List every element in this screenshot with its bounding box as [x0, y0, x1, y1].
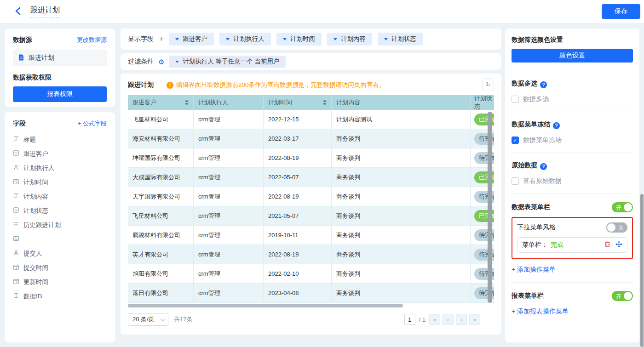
list-icon [13, 221, 19, 229]
caret-down-icon [175, 38, 179, 40]
filter-label: 过滤条件 [128, 57, 154, 66]
next-page-button[interactable]: › [456, 314, 467, 325]
field-item-title[interactable]: 标题 [13, 132, 107, 147]
viewport-scrollbar[interactable] [640, 194, 644, 347]
vertical-scrollbar[interactable] [488, 112, 492, 303]
help-icon[interactable]: ? [540, 81, 547, 88]
add-formula-field-link[interactable]: + 公式字段 [78, 119, 107, 128]
sort-icon[interactable] [182, 100, 189, 105]
warning-icon: ! [167, 82, 173, 89]
checkbox-unchecked[interactable] [512, 177, 519, 185]
chevron-left-icon [15, 7, 21, 17]
toggle-knob [624, 203, 632, 211]
raw-data-checkbox-row[interactable]: 查看原始数据 [512, 177, 633, 185]
divider [512, 71, 633, 71]
filter-condition-tag[interactable]: 计划执行人 等于任意一个 当前用户 [169, 56, 286, 68]
display-field-tag[interactable]: 计划内容 [327, 33, 372, 46]
add-report-action-menu-link[interactable]: + 添加报表操作菜单 [512, 307, 633, 316]
table-row[interactable]: 大成国际有限公司 crm管理 2022-05-07 商务谈判 已完成 [128, 168, 494, 187]
document-icon [17, 54, 25, 63]
help-icon[interactable]: ? [553, 122, 560, 129]
add-display-field-button[interactable]: + [159, 35, 163, 43]
menu-bar-item[interactable]: 菜单栏： 完成 [517, 237, 627, 253]
sort-icon[interactable] [320, 100, 327, 105]
datasource-item[interactable]: 跟进计划 [13, 50, 107, 66]
field-item-plan-content[interactable]: 计划内容 [13, 189, 107, 204]
image-icon [13, 235, 19, 243]
change-datasource-link[interactable]: 更改数据源 [77, 36, 107, 44]
display-field-tag[interactable]: 计划时间 [276, 33, 322, 46]
table-row[interactable]: 天宇国际有限公司 crm管理 2022-08-19 商务谈判 待完成 [128, 187, 494, 206]
add-action-menu-link[interactable]: + 添加操作菜单 [512, 266, 633, 274]
field-item-history[interactable]: 历史跟进计划 [13, 218, 107, 232]
field-item-plan-status[interactable]: 计划状态 [13, 204, 107, 218]
trash-icon[interactable] [604, 241, 611, 249]
page-size-select[interactable]: 20 条/页 [128, 313, 168, 326]
caret-down-icon [334, 38, 337, 40]
field-item-customer[interactable]: 跟进客户 [13, 147, 107, 161]
column-header-executor[interactable]: 计划执行人 [193, 95, 263, 110]
display-field-tag[interactable]: 计划状态 [378, 33, 423, 46]
display-field-tag[interactable]: 跟进客户 [169, 33, 214, 46]
page-number-input[interactable]: 1 [404, 314, 415, 325]
datasource-title: 数据源 [13, 36, 32, 44]
user-icon [13, 164, 19, 172]
field-item-submit-time[interactable]: 提交时间 [13, 261, 107, 275]
prev-page-button[interactable]: ‹ [443, 314, 454, 325]
dropdown-style-label: 下拉菜单风格 [517, 223, 556, 232]
table-row[interactable]: 腾骏材料有限公司 crm管理 2019-10-11 商务谈判 待完成 [128, 226, 494, 245]
table-row[interactable]: 落日有限公司 crm管理 2023-04-08 商务谈判 待完成 [128, 284, 494, 303]
pagination-bar: 20 条/页 共17条 1 / 1 « ‹ › » [128, 313, 494, 326]
display-fields-label: 显示字段 [128, 35, 154, 43]
permission-title: 数据获取权限 [13, 74, 107, 82]
gear-icon[interactable]: ⚙ [158, 58, 164, 65]
report-menu-toggle[interactable]: 开 [612, 291, 633, 301]
datasource-name: 跟进计划 [29, 54, 54, 62]
field-item-submitter[interactable]: 提交人 [13, 246, 107, 261]
move-icon[interactable] [615, 241, 622, 249]
report-menu-title: 报表菜单栏 [512, 292, 544, 300]
sort-order-button[interactable]: 1↓ [482, 78, 494, 90]
column-header-customer[interactable]: 跟进客户 [128, 95, 193, 110]
help-icon[interactable]: ? [540, 163, 547, 170]
last-page-button[interactable]: » [469, 314, 480, 325]
field-item-executor[interactable]: 计划执行人 [13, 161, 107, 175]
color-setting-button[interactable]: 颜色设置 [512, 49, 633, 63]
checkbox-checked[interactable]: ✓ [512, 137, 519, 144]
save-button[interactable]: 保存 [602, 4, 640, 19]
checkbox-unchecked[interactable] [512, 96, 519, 103]
topbar: 跟进计划 保存 [0, 0, 644, 23]
display-field-tag[interactable]: 计划执行人 [219, 33, 271, 46]
menu-freeze-title: 数据菜单冻结 [512, 120, 550, 128]
data-table: 跟进客户 计划执行人 计划时间 计划内容 计划状态 飞星材料公司 crm管理 2… [128, 95, 494, 303]
multi-select-title: 数据多选 [512, 80, 537, 87]
multi-select-checkbox-row[interactable]: 数据多选 [512, 95, 633, 103]
column-header-time[interactable]: 计划时间 [263, 95, 331, 110]
dropdown-style-toggle[interactable]: 关 [606, 222, 627, 233]
display-fields-bar: 显示字段 + 跟进客户 计划执行人 计划时间 计划内容 计划状态 [121, 28, 501, 50]
table-panel: 跟进计划 ! 编辑界面只取数据源前200条作为查询数据预览，完整数据请访问页面查… [121, 74, 501, 335]
table-row[interactable]: 旭阳有限公司 crm管理 2022-02-10 商务谈判 待完成 [128, 264, 494, 284]
horizontal-scrollbar[interactable] [128, 304, 403, 307]
highlight-box: 下拉菜单风格 关 菜单栏： 完成 [512, 217, 633, 259]
calendar-icon [13, 178, 19, 186]
menu-freeze-checkbox-row[interactable]: ✓ 数据菜单冻结 [512, 136, 633, 144]
table-row[interactable]: 飞星材料公司 crm管理 2021-05-07 商务谈判 已完成 [128, 206, 494, 226]
first-page-button[interactable]: « [429, 314, 440, 325]
report-permission-button[interactable]: 报表权限 [13, 86, 107, 102]
column-header-status[interactable]: 计划状态 [470, 95, 494, 110]
field-item-data-id[interactable]: 数据ID [13, 289, 107, 303]
table-row[interactable]: 飞星材料公司 crm管理 2022-12-15 计划内容测试 已完成 [128, 110, 494, 129]
field-item-image[interactable] [13, 232, 107, 246]
table-menu-toggle[interactable]: 开 [612, 202, 633, 212]
datasource-panel: 数据源 更改数据源 跟进计划 数据获取权限 报表权限 [5, 28, 115, 107]
table-row[interactable]: 英才有限公司 crm管理 2022-08-19 商务谈判 待完成 [128, 245, 494, 264]
back-button[interactable] [13, 6, 23, 17]
table-row[interactable]: 海安材料有限公司 crm管理 2022-03-17 商务谈判 待完成 [128, 129, 494, 148]
field-item-update-time[interactable]: 更新时间 [13, 275, 107, 289]
divider [512, 327, 633, 327]
table-row[interactable]: 坤曜国际有限公司 crm管理 2022-08-19 商务谈判 待完成 [128, 148, 494, 168]
column-header-content[interactable]: 计划内容 [331, 95, 470, 110]
field-item-plan-time[interactable]: 计划时间 [13, 175, 107, 189]
menu-item-value: 完成 [551, 241, 564, 249]
